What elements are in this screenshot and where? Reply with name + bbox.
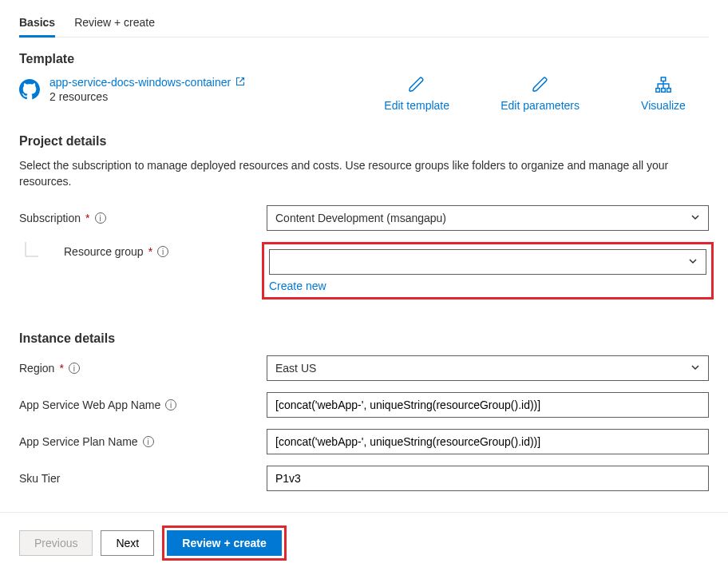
indent-connector bbox=[19, 242, 59, 261]
external-link-icon bbox=[235, 76, 245, 89]
sku-tier-input[interactable] bbox=[267, 466, 709, 491]
template-link[interactable]: app-service-docs-windows-container bbox=[49, 76, 245, 89]
chevron-down-icon bbox=[690, 212, 700, 224]
region-select[interactable]: East US bbox=[267, 355, 709, 381]
chevron-down-icon bbox=[688, 256, 698, 268]
resource-group-select[interactable] bbox=[269, 249, 706, 275]
project-details-heading: Project details bbox=[19, 134, 709, 149]
review-create-button[interactable]: Review + create bbox=[167, 530, 281, 556]
tab-review-create[interactable]: Review + create bbox=[74, 10, 155, 37]
svg-rect-1 bbox=[656, 89, 660, 93]
edit-template-label: Edit template bbox=[384, 99, 449, 112]
pencil-icon bbox=[532, 76, 549, 96]
tab-basics[interactable]: Basics bbox=[19, 10, 55, 37]
svg-rect-0 bbox=[661, 77, 666, 81]
instance-details-heading: Instance details bbox=[19, 331, 709, 346]
webapp-name-input[interactable] bbox=[267, 392, 709, 418]
github-icon bbox=[19, 79, 40, 102]
edit-parameters-label: Edit parameters bbox=[500, 99, 580, 112]
visualize-label: Visualize bbox=[641, 99, 686, 112]
region-value: East US bbox=[275, 362, 316, 375]
subscription-value: Content Development (msangapu) bbox=[275, 212, 446, 224]
plan-name-input[interactable] bbox=[267, 429, 709, 454]
subscription-select[interactable]: Content Development (msangapu) bbox=[267, 205, 709, 231]
edit-parameters-button[interactable]: Edit parameters bbox=[500, 76, 580, 112]
visualize-button[interactable]: Visualize bbox=[627, 76, 699, 112]
review-create-highlight: Review + create bbox=[162, 525, 286, 561]
template-resource-count: 2 resources bbox=[49, 90, 245, 103]
template-link-label: app-service-docs-windows-container bbox=[49, 76, 231, 89]
pencil-icon bbox=[408, 76, 425, 96]
svg-rect-3 bbox=[667, 89, 671, 93]
required-asterisk: * bbox=[148, 245, 152, 258]
next-button[interactable]: Next bbox=[101, 530, 154, 556]
hierarchy-icon bbox=[655, 76, 672, 96]
info-icon[interactable]: i bbox=[69, 363, 80, 374]
template-heading: Template bbox=[19, 52, 709, 66]
required-asterisk: * bbox=[85, 212, 89, 224]
edit-template-button[interactable]: Edit template bbox=[381, 76, 453, 112]
region-label: Region bbox=[19, 362, 54, 375]
info-icon[interactable]: i bbox=[157, 246, 168, 257]
plan-name-label: App Service Plan Name bbox=[19, 435, 138, 448]
create-new-link[interactable]: Create new bbox=[269, 280, 326, 292]
project-details-description: Select the subscription to manage deploy… bbox=[19, 158, 709, 189]
resource-group-highlight: Create new bbox=[262, 242, 714, 299]
info-icon[interactable]: i bbox=[143, 436, 154, 447]
required-asterisk: * bbox=[59, 362, 63, 375]
chevron-down-icon bbox=[690, 362, 700, 375]
resource-group-label: Resource group bbox=[64, 245, 144, 258]
previous-button: Previous bbox=[19, 530, 93, 556]
subscription-label: Subscription bbox=[19, 212, 81, 224]
sku-tier-label: Sku Tier bbox=[19, 472, 60, 485]
info-icon[interactable]: i bbox=[95, 212, 106, 224]
info-icon[interactable]: i bbox=[165, 399, 176, 410]
svg-rect-2 bbox=[662, 89, 666, 93]
webapp-name-label: App Service Web App Name bbox=[19, 399, 160, 411]
